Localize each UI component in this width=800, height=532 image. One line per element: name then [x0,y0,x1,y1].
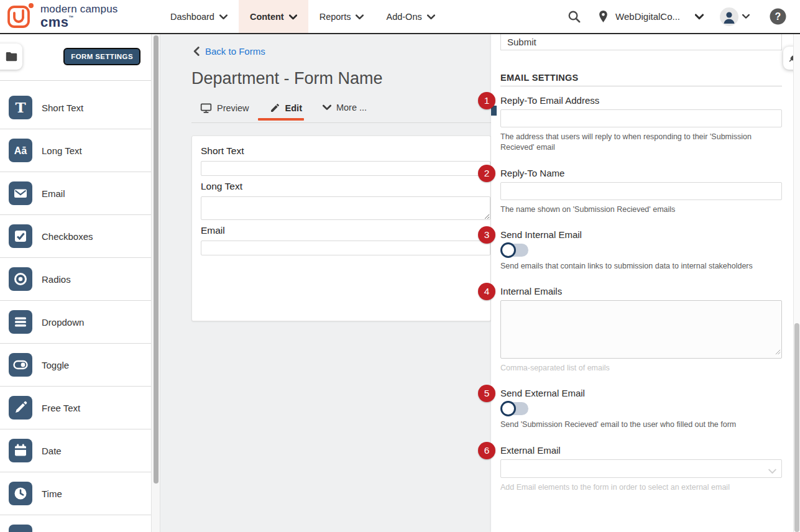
submit-button-label-input[interactable] [500,34,782,50]
element-time[interactable]: Time [0,472,151,515]
page-title: Department - Form Name [191,69,383,88]
setting-help-text: Send 'Submission Recieved' email to the … [500,420,782,430]
form-elements-sidebar: FORM SETTINGS T Short Text Aā Long Text … [0,34,151,532]
chevron-down-icon [427,12,435,22]
callout-badge-3: 3 [478,226,495,244]
callout-badge-5: 5 [478,385,495,402]
main-menu: Dashboard Content Reports Add-Ons [159,0,446,33]
element-email[interactable]: Email [0,172,151,215]
modern-campus-logo-icon [6,1,35,32]
long-text-field[interactable] [201,196,490,220]
form-settings-panel: EMAIL SETTINGS 1 Reply-To Email Address … [491,34,800,532]
folder-button[interactable] [0,44,22,70]
field-label: Short Text [201,145,490,157]
tab-preview[interactable]: Preview [200,103,249,121]
menu-dashboard[interactable]: Dashboard [159,0,239,33]
toggle-knob [500,242,516,258]
site-selector-label: WebDigitalCo... [615,11,680,22]
pencil-icon [270,103,280,113]
svg-text:Aā: Aā [14,145,27,156]
setting-label: Send External Email [500,388,585,398]
sidebar-scrollbar [151,34,160,532]
setting-help-text: Send emails that contain links to submis… [500,261,782,272]
long-text-icon: Aā [9,139,32,162]
setting-label: Reply-To Name [500,168,564,178]
element-long-text[interactable]: Aā Long Text [0,129,151,172]
back-to-forms-link[interactable]: Back to Forms [193,46,265,57]
chevron-down-icon [356,12,364,22]
svg-text:?: ? [775,11,781,22]
setting-external-email: 6 External Email Add Email elements to t… [500,445,782,493]
resize-grip-icon[interactable] [775,346,781,357]
field-label: Email [201,225,490,236]
setting-label: Send Internal Email [500,229,582,240]
form-element-icon [9,525,32,532]
radios-icon [9,267,32,291]
dropdown-icon [9,310,32,334]
element-short-text[interactable]: T Short Text [0,86,151,129]
page-scrollbar-thumb[interactable] [794,323,799,532]
page-scrollbar [793,34,800,532]
menu-content[interactable]: Content [239,0,308,33]
setting-send-internal-email: 3 Send Internal Email Send emails that c… [500,229,782,272]
email-icon [9,181,32,205]
element-dropdown[interactable]: Dropdown [0,301,151,344]
setting-send-external-email: 5 Send External Email Send 'Submission R… [500,388,782,430]
form-settings-button[interactable]: FORM SETTINGS [63,48,140,65]
email-settings-heading: EMAIL SETTINGS [500,73,782,83]
form-element-list: T Short Text Aā Long Text Email Checkbox… [0,81,151,532]
setting-help-text: The name shown on 'Submission Recieved' … [500,204,782,215]
element-partial[interactable] [0,515,151,532]
callout-badge-1: 1 [478,92,495,109]
tab-edit[interactable]: Edit [270,103,302,120]
setting-internal-emails: 4 Internal Emails Comma-separated list o… [500,286,782,374]
email-field[interactable] [201,241,490,255]
user-avatar-icon [720,7,738,26]
callout-badge-2: 2 [478,165,495,182]
chevron-down-icon [289,12,297,22]
logo-text-line1: modern campus [40,4,118,14]
element-date[interactable]: Date [0,429,151,472]
element-radios[interactable]: Radios [0,258,151,301]
element-free-text[interactable]: Free Text [0,387,151,429]
chevron-down-icon [219,12,228,22]
site-selector[interactable]: WebDigitalCo... [597,9,704,24]
tab-more[interactable]: More ... [323,103,367,119]
internal-emails-textarea[interactable] [500,300,782,359]
element-checkboxes[interactable]: Checkboxes [0,215,151,258]
modern-campus-logo[interactable]: modern campus cms™ [6,0,142,33]
external-email-select[interactable] [500,459,782,478]
short-text-field[interactable] [201,161,490,176]
section-divider [500,86,782,86]
setting-label: Reply-To Email Address [500,95,599,106]
chevron-down-icon [742,14,750,19]
folder-icon [6,52,17,62]
reply-to-email-input[interactable] [500,109,782,127]
date-icon [9,439,32,462]
editor-tabs: Preview Edit More ... [191,103,491,123]
field-label: Long Text [201,181,490,192]
top-navigation: modern campus cms™ Dashboard Content Rep… [0,0,800,34]
send-internal-email-toggle[interactable] [501,244,528,257]
help-icon[interactable]: ? [770,8,786,25]
short-text-icon: T [9,96,32,119]
setting-help-text: The address that users will reply to whe… [500,132,782,154]
menu-add-ons[interactable]: Add-Ons [375,0,446,33]
callout-badge-4: 4 [478,283,495,300]
form-preview-canvas: Short Text Long Text Email [191,135,491,321]
svg-text:T: T [15,99,25,116]
monitor-icon [200,103,212,114]
user-menu[interactable] [720,7,750,26]
toggle-knob [500,401,516,416]
reply-to-name-input[interactable] [500,182,782,200]
send-external-email-toggle[interactable] [501,402,528,415]
search-icon[interactable] [567,9,581,24]
chevron-down-icon [323,104,331,111]
menu-reports[interactable]: Reports [308,0,375,33]
sidebar-scrollbar-thumb[interactable] [154,35,159,484]
setting-help-text: Add Email elements to the form in order … [500,482,782,493]
element-toggle[interactable]: Toggle [0,344,151,387]
setting-help-text: Comma-separated list of emails [500,363,782,374]
setting-label: Internal Emails [500,286,562,296]
chevron-down-icon [695,14,704,20]
